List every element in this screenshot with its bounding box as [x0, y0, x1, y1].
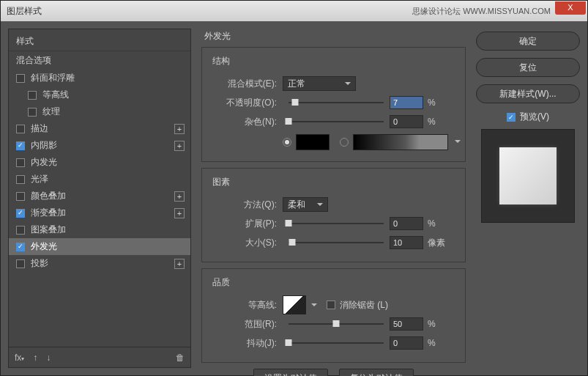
arrow-up-icon[interactable]: ↑	[33, 353, 37, 363]
add-instance-button[interactable]: +	[174, 208, 185, 218]
style-item-1[interactable]: 等高线	[9, 86, 190, 103]
style-list-panel: 样式 混合选项 斜面和浮雕等高线纹理描边+内阴影+内发光光泽颜色叠加+渐变叠加+…	[8, 29, 191, 368]
action-panel: 确定 复位 新建样式(W)... 预览(V)	[476, 29, 580, 368]
size-label: 大小(S):	[212, 237, 277, 249]
style-label: 光泽	[31, 173, 48, 185]
quality-group: 品质 等高线: 消除锯齿 (L) 范围(R): 50 % 抖动(J):	[201, 268, 466, 363]
trash-icon[interactable]: 🗑	[176, 353, 185, 363]
watermark-text: 思缘设计论坛 WWW.MISSYUAN.COM	[412, 6, 551, 17]
style-item-4[interactable]: 内阴影+	[9, 137, 190, 154]
size-unit: 像素	[428, 237, 445, 249]
structure-title: 结构	[212, 55, 455, 67]
spread-label: 扩展(P):	[212, 218, 277, 230]
noise-value[interactable]: 0	[390, 115, 423, 128]
style-label: 内发光	[31, 156, 57, 169]
style-label: 外发光	[31, 240, 57, 253]
preview-box	[481, 129, 575, 223]
blending-options-header[interactable]: 混合选项	[9, 51, 190, 70]
preview-label: 预览(V)	[520, 111, 549, 123]
gradient-swatch[interactable]	[353, 134, 448, 150]
fx-menu-button[interactable]: fx▾	[15, 353, 24, 363]
preview-toggle[interactable]: 预览(V)	[476, 111, 580, 123]
contour-label: 等高线:	[212, 299, 277, 312]
solid-color-radio[interactable]	[283, 138, 291, 147]
style-checkbox[interactable]	[16, 74, 25, 83]
size-slider[interactable]	[289, 242, 384, 243]
style-checkbox[interactable]	[16, 226, 25, 235]
style-checkbox[interactable]	[16, 141, 25, 150]
opacity-slider[interactable]	[289, 102, 384, 103]
blend-mode-select[interactable]: 正常	[283, 76, 356, 91]
style-checkbox[interactable]	[16, 259, 25, 268]
style-item-7[interactable]: 颜色叠加+	[9, 188, 190, 204]
style-label: 渐变叠加	[31, 207, 66, 219]
style-item-8[interactable]: 渐变叠加+	[9, 204, 190, 221]
new-style-button[interactable]: 新建样式(W)...	[476, 84, 580, 103]
style-checkbox[interactable]	[16, 192, 25, 201]
style-checkbox[interactable]	[16, 125, 25, 133]
style-item-2[interactable]: 纹理	[9, 103, 190, 120]
style-label: 图案叠加	[31, 224, 66, 236]
size-value[interactable]: 10	[390, 236, 423, 249]
close-button[interactable]: X	[555, 1, 586, 15]
structure-group: 结构 混合模式(E): 正常 不透明度(O): 7 % 杂色(N): 0 %	[201, 47, 466, 162]
style-checkbox[interactable]	[16, 209, 25, 218]
style-checkbox[interactable]	[28, 108, 37, 117]
color-swatch[interactable]	[296, 134, 330, 150]
antialias-checkbox[interactable]	[327, 301, 335, 309]
style-item-10[interactable]: 外发光	[9, 238, 190, 255]
method-select[interactable]: 柔和	[283, 197, 328, 212]
style-checkbox[interactable]	[16, 175, 25, 184]
style-item-5[interactable]: 内发光	[9, 154, 190, 171]
jitter-slider[interactable]	[289, 342, 384, 344]
reset-default-button[interactable]: 复位为默认值	[339, 369, 414, 376]
style-label: 内阴影	[31, 139, 57, 152]
style-item-3[interactable]: 描边+	[9, 120, 190, 137]
titlebar: 图层样式 思缘设计论坛 WWW.MISSYUAN.COM X	[1, 1, 587, 21]
set-default-button[interactable]: 设置为默认值	[253, 369, 328, 376]
arrow-down-icon[interactable]: ↓	[46, 353, 51, 363]
jitter-value[interactable]: 0	[390, 336, 423, 350]
noise-slider[interactable]	[289, 121, 384, 122]
elements-title: 图素	[212, 176, 455, 188]
style-item-9[interactable]: 图案叠加	[9, 221, 190, 238]
style-item-0[interactable]: 斜面和浮雕	[9, 70, 190, 86]
range-value[interactable]: 50	[390, 317, 423, 331]
style-label: 纹理	[42, 106, 60, 118]
spread-value[interactable]: 0	[390, 217, 423, 230]
style-label: 描边	[31, 122, 48, 135]
range-unit: %	[428, 319, 436, 329]
style-label: 斜面和浮雕	[31, 72, 75, 84]
spread-unit: %	[428, 218, 436, 229]
elements-group: 图素 方法(Q): 柔和 扩展(P): 0 % 大小(S): 10 像素	[201, 168, 466, 262]
blend-mode-label: 混合模式(E):	[212, 78, 277, 90]
ok-button[interactable]: 确定	[476, 32, 580, 51]
add-instance-button[interactable]: +	[174, 191, 185, 202]
noise-label: 杂色(N):	[212, 116, 277, 128]
contour-dropdown[interactable]	[309, 295, 319, 314]
jitter-unit: %	[428, 338, 436, 348]
add-instance-button[interactable]: +	[174, 141, 185, 151]
style-label: 颜色叠加	[31, 190, 66, 202]
preview-swatch	[499, 147, 557, 204]
cancel-button[interactable]: 复位	[476, 58, 580, 77]
style-checkbox[interactable]	[16, 243, 25, 251]
contour-picker[interactable]	[283, 295, 306, 314]
method-label: 方法(Q):	[212, 199, 277, 211]
window-title: 图层样式	[1, 5, 42, 18]
settings-panel: 外发光 结构 混合模式(E): 正常 不透明度(O): 7 % 杂色(N): 0	[197, 29, 470, 368]
style-item-11[interactable]: 投影+	[9, 255, 190, 272]
style-checkbox[interactable]	[28, 91, 37, 100]
add-instance-button[interactable]: +	[174, 259, 185, 269]
spread-slider[interactable]	[289, 223, 384, 224]
gradient-radio[interactable]	[340, 138, 349, 147]
opacity-unit: %	[428, 97, 436, 108]
add-instance-button[interactable]: +	[174, 124, 185, 134]
style-item-6[interactable]: 光泽	[9, 171, 190, 188]
opacity-value[interactable]: 7	[390, 96, 423, 109]
styles-header: 样式	[9, 29, 190, 51]
noise-unit: %	[428, 117, 436, 127]
style-checkbox[interactable]	[16, 158, 25, 167]
antialias-label: 消除锯齿 (L)	[340, 299, 388, 312]
range-slider[interactable]	[289, 323, 384, 325]
